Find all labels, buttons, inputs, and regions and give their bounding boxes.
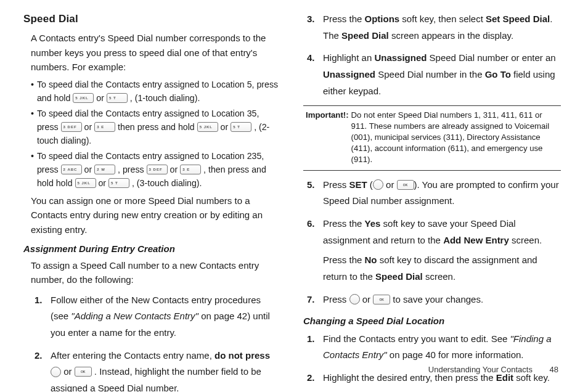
important-text: Do not enter Speed Dial numbers 1, 311, … bbox=[351, 110, 558, 165]
text: , press bbox=[118, 165, 147, 174]
text: , (3-touch dialing). bbox=[132, 178, 202, 188]
key-5t-icon: 5 T bbox=[107, 93, 128, 103]
steps-left: Follow either of the New Contacts entry … bbox=[31, 292, 281, 392]
text: screen appears in the display. bbox=[389, 30, 513, 41]
bold-text: SET bbox=[349, 179, 367, 190]
key-3-icon: 3 DEF bbox=[61, 122, 82, 132]
steps-right-a: Press the Options soft key, then select … bbox=[303, 11, 561, 99]
bullet-item-2: • To speed dial the Contacts entry assig… bbox=[31, 107, 281, 147]
text: or bbox=[84, 165, 95, 174]
text: Highlight an bbox=[323, 52, 374, 63]
text: Press the bbox=[323, 14, 365, 24]
key-5t-icon: 5 T bbox=[231, 122, 251, 132]
key-3e-icon: 3 E bbox=[94, 122, 115, 132]
text: Find the Contacts entry you want to edit… bbox=[323, 333, 510, 344]
subheading-changing: Changing a Speed Dial Location bbox=[303, 314, 561, 328]
important-note: Important!: Do not enter Speed Dial numb… bbox=[303, 105, 561, 170]
text: After entering the Contacts entry name, bbox=[51, 350, 214, 361]
subheading-assignment: Assignment During Entry Creation bbox=[23, 242, 281, 256]
bold-text: Speed Dial bbox=[375, 271, 423, 282]
bold-text: Options bbox=[365, 14, 400, 24]
bullet-icon: • bbox=[31, 149, 34, 190]
text: Highlight the desired entry, then press … bbox=[323, 372, 496, 383]
assign-para: You can assign one or more Speed Dial nu… bbox=[31, 194, 281, 237]
right-column: Press the Options soft key, then select … bbox=[303, 11, 561, 364]
text: or bbox=[221, 122, 231, 132]
text: Press the bbox=[323, 218, 365, 229]
bold-text: Speed Dial bbox=[341, 30, 389, 41]
text: ( bbox=[367, 179, 373, 190]
text: or bbox=[383, 179, 397, 190]
bullet-item-3: • To speed dial the Contacts entry assig… bbox=[31, 149, 281, 190]
cross-ref: "Adding a New Contacts Entry" bbox=[71, 311, 198, 321]
text: or bbox=[63, 366, 75, 377]
bold-text: No bbox=[365, 255, 377, 265]
bullet-icon: • bbox=[31, 107, 34, 147]
text: screen. bbox=[509, 235, 542, 245]
bullet-item-1: • To speed dial the Contacts entry assig… bbox=[31, 78, 281, 105]
step-6-extra: Press the No soft key to discard the ass… bbox=[323, 252, 561, 285]
text: or bbox=[360, 294, 374, 304]
text: to save your changes. bbox=[390, 294, 483, 304]
step-6: Press the Yes soft key to save your Spee… bbox=[303, 216, 561, 285]
key-3-icon: 3 DEF bbox=[147, 165, 168, 174]
bullet-list: • To speed dial the Contacts entry assig… bbox=[31, 78, 281, 190]
key-5-icon: 5 JKL bbox=[75, 178, 96, 188]
text: or bbox=[84, 122, 95, 132]
changing-step-1: Find the Contacts entry you want to edit… bbox=[303, 331, 561, 364]
step-5: Press SET ( or OK). You are prompted to … bbox=[303, 177, 561, 210]
bold-text: Add New Entry bbox=[443, 235, 509, 245]
nav-key-icon bbox=[373, 179, 383, 190]
text: Press bbox=[323, 179, 349, 190]
nav-key-icon bbox=[51, 367, 61, 377]
key-3e-icon: 3 E bbox=[180, 165, 201, 174]
bold-text: Yes bbox=[365, 218, 381, 229]
text: or bbox=[170, 165, 181, 174]
step-3: Press the Options soft key, then select … bbox=[303, 11, 561, 44]
bold-text: Edit bbox=[496, 372, 513, 383]
step-7: Press or OK to save your changes. bbox=[303, 292, 561, 308]
text: or bbox=[98, 178, 108, 188]
important-label: Important!: bbox=[306, 110, 349, 165]
text: Speed Dial number in the bbox=[375, 69, 485, 80]
bold-text: do not press bbox=[214, 350, 270, 361]
ok-key-icon: OK bbox=[75, 367, 92, 377]
bold-text: Go To bbox=[485, 69, 511, 80]
left-column: Speed Dial A Contacts entry's Speed Dial… bbox=[23, 11, 281, 364]
steps-right-b: Press SET ( or OK). You are prompted to … bbox=[303, 177, 561, 308]
key-5-icon: 5 JKL bbox=[197, 122, 218, 132]
key-5t-icon: 5 T bbox=[108, 178, 129, 188]
text: screen. bbox=[423, 271, 455, 282]
changing-step-2: Highlight the desired entry, then press … bbox=[303, 370, 561, 386]
text: on page 40 for more information. bbox=[387, 349, 524, 360]
text: Speed Dial number or enter an bbox=[427, 52, 555, 63]
text: soft key, then select bbox=[399, 14, 486, 24]
ok-key-icon: OK bbox=[397, 180, 414, 190]
heading-speed-dial: Speed Dial bbox=[23, 11, 281, 27]
text: or bbox=[96, 93, 107, 103]
step-4: Highlight an Unassigned Speed Dial numbe… bbox=[303, 50, 561, 99]
assignment-intro: To assign a Speed Call number to a new C… bbox=[31, 258, 281, 287]
ok-key-icon: OK bbox=[373, 295, 390, 304]
key-2w-icon: 2 W bbox=[94, 165, 115, 174]
text: Press bbox=[323, 294, 349, 304]
nav-key-icon bbox=[349, 294, 360, 304]
steps-changing: Find the Contacts entry you want to edit… bbox=[303, 331, 561, 386]
bullet-icon: • bbox=[31, 78, 34, 105]
text: then press and hold bbox=[118, 122, 197, 132]
text: , (1-touch dialing). bbox=[130, 93, 200, 103]
bold-text: Unassigned bbox=[374, 52, 427, 63]
bold-text: Unassigned bbox=[323, 69, 375, 80]
page-content: Speed Dial A Contacts entry's Speed Dial… bbox=[0, 0, 588, 364]
key-5-icon: 5 JKL bbox=[73, 93, 94, 103]
text: Press the bbox=[323, 255, 365, 265]
key-2-icon: 2 ABC bbox=[61, 165, 82, 174]
text: soft key. bbox=[513, 372, 550, 383]
step-2: After entering the Contacts entry name, … bbox=[31, 348, 281, 392]
bold-text: Set Speed Dial bbox=[486, 14, 550, 24]
speed-dial-intro: A Contacts entry's Speed Dial number cor… bbox=[31, 31, 281, 74]
step-1: Follow either of the New Contacts entry … bbox=[31, 292, 281, 341]
